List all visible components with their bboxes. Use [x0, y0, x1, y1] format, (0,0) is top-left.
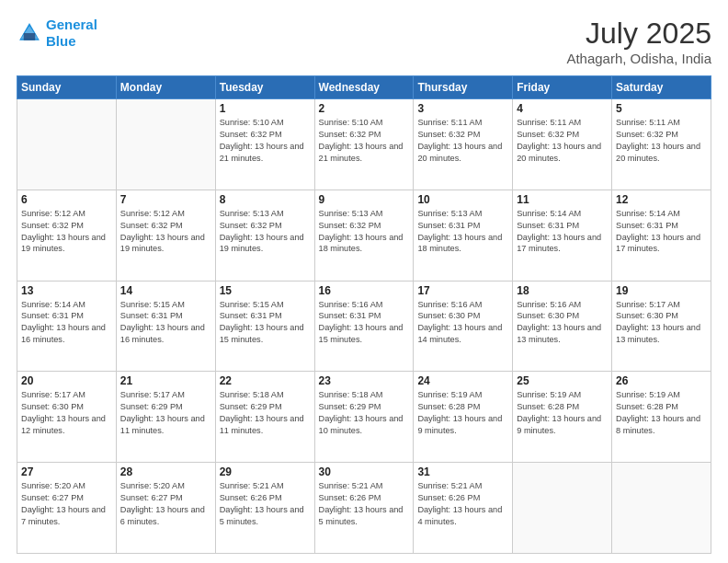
col-tuesday: Tuesday [215, 76, 314, 99]
calendar-cell: 9Sunrise: 5:13 AM Sunset: 6:32 PM Daylig… [314, 190, 414, 281]
day-number: 15 [220, 284, 311, 297]
calendar-title: July 2025 [566, 17, 711, 51]
calendar-cell: 20Sunrise: 5:17 AM Sunset: 6:30 PM Dayli… [17, 372, 117, 463]
day-number: 30 [319, 465, 410, 478]
calendar-cell: 19Sunrise: 5:17 AM Sunset: 6:30 PM Dayli… [612, 281, 711, 372]
logo-line1: General [46, 17, 97, 32]
day-info: Sunrise: 5:21 AM Sunset: 6:26 PM Dayligh… [319, 480, 410, 528]
calendar-cell: 25Sunrise: 5:19 AM Sunset: 6:28 PM Dayli… [513, 372, 612, 463]
day-number: 6 [21, 193, 112, 206]
day-info: Sunrise: 5:13 AM Sunset: 6:32 PM Dayligh… [319, 208, 410, 256]
calendar-cell [116, 99, 215, 190]
calendar-cell: 28Sunrise: 5:20 AM Sunset: 6:27 PM Dayli… [116, 463, 215, 554]
day-number: 13 [21, 284, 112, 297]
calendar-week-5: 27Sunrise: 5:20 AM Sunset: 6:27 PM Dayli… [17, 463, 711, 554]
day-number: 27 [21, 465, 112, 478]
day-number: 20 [21, 374, 112, 387]
logo-line2: Blue [46, 33, 76, 49]
day-number: 2 [319, 102, 410, 115]
day-number: 21 [120, 374, 211, 387]
day-number: 28 [120, 465, 211, 478]
day-number: 26 [616, 374, 707, 387]
calendar-cell: 17Sunrise: 5:16 AM Sunset: 6:30 PM Dayli… [414, 281, 513, 372]
page: General Blue July 2025 Athagarh, Odisha,… [0, 0, 728, 563]
header: General Blue July 2025 Athagarh, Odisha,… [17, 17, 711, 66]
day-number: 25 [517, 374, 608, 387]
day-info: Sunrise: 5:16 AM Sunset: 6:30 PM Dayligh… [417, 299, 508, 347]
col-thursday: Thursday [414, 76, 513, 99]
calendar-cell [612, 463, 711, 554]
day-info: Sunrise: 5:20 AM Sunset: 6:27 PM Dayligh… [21, 480, 112, 528]
day-info: Sunrise: 5:10 AM Sunset: 6:32 PM Dayligh… [319, 117, 410, 165]
calendar-cell: 18Sunrise: 5:16 AM Sunset: 6:30 PM Dayli… [513, 281, 612, 372]
calendar-cell: 14Sunrise: 5:15 AM Sunset: 6:31 PM Dayli… [116, 281, 215, 372]
day-number: 14 [120, 284, 211, 297]
day-number: 3 [417, 102, 508, 115]
calendar-body: 1Sunrise: 5:10 AM Sunset: 6:32 PM Daylig… [17, 99, 711, 554]
day-info: Sunrise: 5:19 AM Sunset: 6:28 PM Dayligh… [417, 389, 508, 437]
calendar-cell [513, 463, 612, 554]
day-number: 23 [319, 374, 410, 387]
calendar-cell: 22Sunrise: 5:18 AM Sunset: 6:29 PM Dayli… [215, 372, 314, 463]
day-number: 29 [220, 465, 311, 478]
calendar-cell: 29Sunrise: 5:21 AM Sunset: 6:26 PM Dayli… [215, 463, 314, 554]
calendar-cell [17, 99, 117, 190]
day-number: 24 [417, 374, 508, 387]
day-info: Sunrise: 5:17 AM Sunset: 6:29 PM Dayligh… [120, 389, 211, 437]
calendar-cell: 15Sunrise: 5:15 AM Sunset: 6:31 PM Dayli… [215, 281, 314, 372]
calendar-week-2: 6Sunrise: 5:12 AM Sunset: 6:32 PM Daylig… [17, 190, 711, 281]
day-number: 11 [517, 193, 608, 206]
svg-rect-2 [24, 33, 35, 40]
day-info: Sunrise: 5:13 AM Sunset: 6:31 PM Dayligh… [417, 208, 508, 256]
day-info: Sunrise: 5:14 AM Sunset: 6:31 PM Dayligh… [517, 208, 608, 256]
day-info: Sunrise: 5:18 AM Sunset: 6:29 PM Dayligh… [220, 389, 311, 437]
day-number: 16 [319, 284, 410, 297]
day-number: 19 [616, 284, 707, 297]
calendar-cell: 31Sunrise: 5:21 AM Sunset: 6:26 PM Dayli… [414, 463, 513, 554]
day-info: Sunrise: 5:18 AM Sunset: 6:29 PM Dayligh… [319, 389, 410, 437]
day-number: 9 [319, 193, 410, 206]
day-number: 10 [417, 193, 508, 206]
calendar-cell: 5Sunrise: 5:11 AM Sunset: 6:32 PM Daylig… [612, 99, 711, 190]
day-number: 5 [616, 102, 707, 115]
col-sunday: Sunday [17, 76, 117, 99]
calendar-subtitle: Athagarh, Odisha, India [566, 51, 711, 66]
day-info: Sunrise: 5:11 AM Sunset: 6:32 PM Dayligh… [616, 117, 707, 165]
calendar-cell: 4Sunrise: 5:11 AM Sunset: 6:32 PM Daylig… [513, 99, 612, 190]
col-monday: Monday [116, 76, 215, 99]
day-info: Sunrise: 5:12 AM Sunset: 6:32 PM Dayligh… [120, 208, 211, 256]
calendar-week-3: 13Sunrise: 5:14 AM Sunset: 6:31 PM Dayli… [17, 281, 711, 372]
day-info: Sunrise: 5:14 AM Sunset: 6:31 PM Dayligh… [21, 299, 112, 347]
day-number: 4 [517, 102, 608, 115]
day-info: Sunrise: 5:15 AM Sunset: 6:31 PM Dayligh… [220, 299, 311, 347]
calendar-cell: 3Sunrise: 5:11 AM Sunset: 6:32 PM Daylig… [414, 99, 513, 190]
day-number: 1 [220, 102, 311, 115]
day-number: 7 [120, 193, 211, 206]
day-info: Sunrise: 5:16 AM Sunset: 6:30 PM Dayligh… [517, 299, 608, 347]
day-info: Sunrise: 5:17 AM Sunset: 6:30 PM Dayligh… [616, 299, 707, 347]
calendar-cell: 21Sunrise: 5:17 AM Sunset: 6:29 PM Dayli… [116, 372, 215, 463]
day-info: Sunrise: 5:19 AM Sunset: 6:28 PM Dayligh… [517, 389, 608, 437]
day-number: 17 [417, 284, 508, 297]
day-info: Sunrise: 5:20 AM Sunset: 6:27 PM Dayligh… [120, 480, 211, 528]
calendar-header: Sunday Monday Tuesday Wednesday Thursday… [17, 76, 711, 99]
calendar-cell: 8Sunrise: 5:13 AM Sunset: 6:32 PM Daylig… [215, 190, 314, 281]
day-info: Sunrise: 5:11 AM Sunset: 6:32 PM Dayligh… [517, 117, 608, 165]
calendar-cell: 13Sunrise: 5:14 AM Sunset: 6:31 PM Dayli… [17, 281, 117, 372]
calendar-cell: 16Sunrise: 5:16 AM Sunset: 6:31 PM Dayli… [314, 281, 414, 372]
header-row: Sunday Monday Tuesday Wednesday Thursday… [17, 76, 711, 99]
day-info: Sunrise: 5:14 AM Sunset: 6:31 PM Dayligh… [616, 208, 707, 256]
day-info: Sunrise: 5:12 AM Sunset: 6:32 PM Dayligh… [21, 208, 112, 256]
day-number: 18 [517, 284, 608, 297]
calendar-table: Sunday Monday Tuesday Wednesday Thursday… [17, 75, 711, 554]
day-info: Sunrise: 5:11 AM Sunset: 6:32 PM Dayligh… [417, 117, 508, 165]
logo: General Blue [17, 17, 97, 50]
calendar-week-1: 1Sunrise: 5:10 AM Sunset: 6:32 PM Daylig… [17, 99, 711, 190]
day-info: Sunrise: 5:17 AM Sunset: 6:30 PM Dayligh… [21, 389, 112, 437]
col-wednesday: Wednesday [314, 76, 414, 99]
title-block: July 2025 Athagarh, Odisha, India [566, 17, 711, 66]
logo-text: General Blue [46, 17, 97, 50]
day-info: Sunrise: 5:15 AM Sunset: 6:31 PM Dayligh… [120, 299, 211, 347]
calendar-cell: 27Sunrise: 5:20 AM Sunset: 6:27 PM Dayli… [17, 463, 117, 554]
day-number: 12 [616, 193, 707, 206]
